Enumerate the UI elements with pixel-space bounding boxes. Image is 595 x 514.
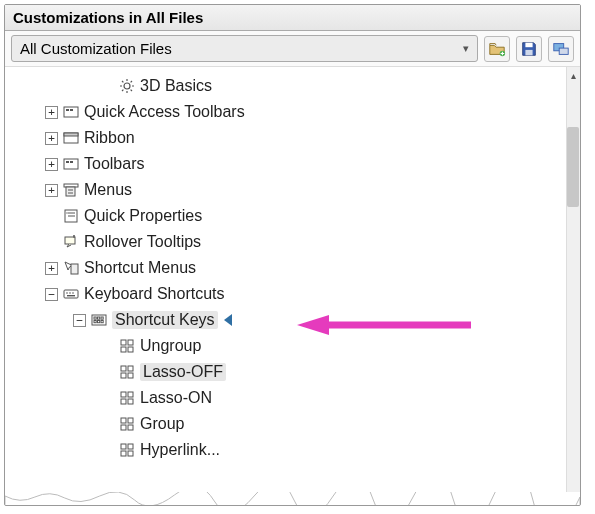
tree-node[interactable]: +Quick Access Toolbars [9,99,566,125]
torn-edge-decoration [5,492,580,505]
expand-icon[interactable]: + [45,132,58,145]
svg-rect-13 [70,161,73,163]
tree-node[interactable]: +Shortcut Menus [9,255,566,281]
svg-point-21 [66,212,67,213]
svg-rect-40 [121,347,126,352]
tree-node[interactable]: Lasso-ON [9,385,566,411]
svg-rect-57 [128,451,133,456]
tooltip-icon [62,233,80,251]
svg-rect-42 [121,366,126,371]
svg-rect-50 [121,418,126,423]
svg-rect-30 [67,295,75,296]
svg-point-28 [69,292,71,294]
scroll-up-icon[interactable]: ▴ [567,67,581,83]
svg-rect-43 [128,366,133,371]
collapse-node-icon[interactable]: − [73,314,86,327]
grid4-icon [118,415,136,433]
tree-container: 3D Basics+Quick Access Toolbars+Ribbon+T… [5,67,580,505]
props-icon [62,207,80,225]
tree-node[interactable]: +Ribbon [9,125,566,151]
customizations-panel: Customizations in All Files All Customiz… [4,4,581,506]
panel-header: Customizations in All Files [5,5,580,31]
svg-rect-25 [71,264,78,274]
svg-rect-8 [70,109,73,111]
tree-node-label: Rollover Tooltips [84,233,201,251]
tree-node-label: Menus [84,181,132,199]
grid4-icon [118,337,136,355]
save-button[interactable] [516,36,542,62]
tree-node[interactable]: Group [9,411,566,437]
expander-spacer [101,80,114,93]
svg-rect-33 [98,317,100,319]
toolbar-row: All Customization Files ▾ [5,31,580,67]
panel-title: Customizations in All Files [13,9,203,26]
tree-node-label: Ungroup [140,337,201,355]
svg-rect-11 [64,159,78,169]
svg-rect-55 [128,444,133,449]
grid4-icon [118,441,136,459]
tree-node[interactable]: Rollover Tooltips [9,229,566,255]
tree-node-label: Keyboard Shortcuts [84,285,225,303]
svg-rect-56 [121,451,126,456]
svg-rect-7 [66,109,69,111]
toolbar-icon [62,103,80,121]
svg-rect-36 [98,321,100,323]
svg-rect-34 [101,317,103,319]
scroll-thumb[interactable] [567,127,579,207]
svg-point-29 [72,292,74,294]
tree-node[interactable]: +Menus [9,177,566,203]
tree-node-label: Lasso-ON [140,389,212,407]
expand-icon[interactable]: + [45,106,58,119]
svg-rect-47 [128,392,133,397]
expand-icon[interactable]: + [45,158,58,171]
tree-node[interactable]: Quick Properties [9,203,566,229]
svg-point-5 [124,83,130,89]
tree-node[interactable]: Ungroup [9,333,566,359]
svg-rect-54 [121,444,126,449]
file-dropdown[interactable]: All Customization Files ▾ [11,35,478,62]
svg-rect-1 [525,42,532,47]
svg-rect-38 [121,340,126,345]
svg-rect-45 [128,373,133,378]
grid4-icon [118,363,136,381]
svg-rect-10 [64,133,78,136]
expand-icon[interactable]: + [45,184,58,197]
toolbar-icon [62,155,80,173]
open-folder-button[interactable] [484,36,510,62]
svg-point-27 [66,292,68,294]
svg-rect-22 [65,237,75,244]
tree-node[interactable]: 3D Basics [9,73,566,99]
tree-node[interactable]: −Shortcut Keys [9,307,566,333]
expander-spacer [45,236,58,249]
svg-rect-35 [94,321,96,323]
insertion-marker-icon [224,314,232,326]
menus-icon [62,181,80,199]
tree-node-label: Shortcut Menus [84,259,196,277]
expander-spacer [45,210,58,223]
expander-spacer [101,444,114,457]
gear-icon [118,77,136,95]
tree-node[interactable]: +Toolbars [9,151,566,177]
svg-rect-53 [128,425,133,430]
tree-node[interactable]: −Keyboard Shortcuts [9,281,566,307]
tree-node-label: Toolbars [84,155,144,173]
collapse-node-icon[interactable]: − [45,288,58,301]
svg-rect-48 [121,399,126,404]
chevron-down-icon: ▾ [463,42,469,55]
display-button[interactable] [548,36,574,62]
vertical-scrollbar[interactable]: ▴ ▾ [566,67,580,505]
expand-icon[interactable]: + [45,262,58,275]
svg-rect-15 [66,187,75,196]
tree-node[interactable]: Lasso-OFF [9,359,566,385]
svg-rect-44 [121,373,126,378]
svg-rect-41 [128,347,133,352]
svg-rect-37 [101,321,103,323]
tree-node-label: Group [140,415,184,433]
customization-tree[interactable]: 3D Basics+Quick Access Toolbars+Ribbon+T… [5,67,566,505]
ribbon-icon [62,129,80,147]
svg-rect-12 [66,161,69,163]
svg-rect-2 [525,49,532,54]
expander-spacer [101,392,114,405]
tree-node[interactable]: Hyperlink... [9,437,566,463]
tree-node-label: Lasso-OFF [140,363,226,381]
